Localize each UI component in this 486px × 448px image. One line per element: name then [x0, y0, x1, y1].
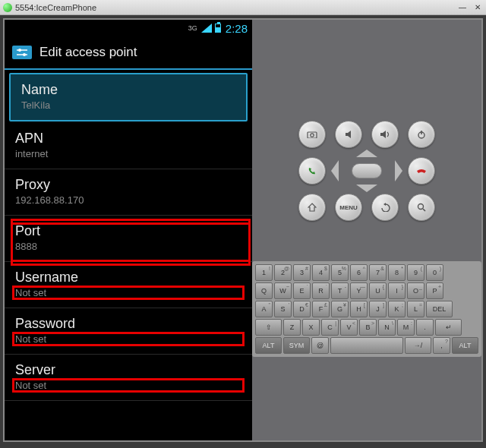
field-value: internet: [15, 148, 241, 159]
key-X[interactable]: X: [302, 319, 320, 336]
key-→/[interactable]: →/: [405, 337, 431, 354]
hardware-buttons: MENU: [296, 118, 437, 223]
key-S[interactable]: 'S: [274, 301, 292, 317]
field-label: APN: [15, 131, 241, 147]
key-C[interactable]: |C: [321, 319, 339, 336]
key-K[interactable]: ;K: [388, 301, 406, 317]
key-ALT[interactable]: ALT: [452, 337, 478, 354]
key-N[interactable]: \N: [378, 319, 396, 336]
apn-field-username[interactable]: UsernameNot set: [5, 262, 252, 308]
key-F[interactable]: £F: [312, 301, 330, 317]
key-9[interactable]: (9: [407, 264, 424, 281]
key-Y[interactable]: —Y: [350, 282, 368, 299]
volume-up-button[interactable]: [371, 121, 399, 148]
key-ALT[interactable]: ALT: [255, 337, 282, 354]
apn-field-name[interactable]: NameTelKila: [9, 73, 248, 121]
emulator-controls-panel: MENU !1@2#3$4%5^6&7*8(9)0Q~W´E`R-T—Y{U}I…: [252, 20, 481, 440]
android-status-bar: 3G 2:28: [5, 20, 252, 36]
field-value: TelKila: [21, 99, 235, 111]
power-button[interactable]: [408, 121, 435, 148]
svg-point-4: [23, 53, 26, 56]
key-6[interactable]: ^6: [350, 264, 368, 281]
key-8[interactable]: *8: [388, 264, 406, 281]
key-SYM[interactable]: SYM: [283, 337, 310, 354]
field-label: Proxy: [15, 177, 241, 193]
key-Q[interactable]: Q: [255, 282, 273, 299]
dpad-up[interactable]: [356, 150, 377, 157]
key-7[interactable]: &7: [369, 264, 387, 281]
key-.[interactable]: .: [416, 319, 434, 336]
key-G[interactable]: ¥G: [331, 301, 349, 317]
field-value: Not set: [15, 333, 241, 345]
key-,[interactable]: ?,: [433, 337, 450, 354]
key-space[interactable]: [330, 337, 403, 354]
key-M[interactable]: :M: [397, 319, 415, 336]
window-title: 5554:IceCreamPhone: [15, 3, 96, 12]
key-L[interactable]: =L: [407, 301, 424, 317]
key-0[interactable]: )0: [426, 264, 443, 281]
field-value: Not set: [15, 380, 241, 391]
key-⇧[interactable]: ⇧: [255, 319, 282, 336]
clock-label: 2:28: [226, 22, 248, 35]
apn-settings-list[interactable]: NameTelKilaAPNinternetProxy192.168.88.17…: [5, 70, 252, 440]
svg-rect-5: [308, 132, 317, 138]
dpad-center[interactable]: [352, 163, 382, 178]
dpad: [336, 156, 398, 186]
key-1[interactable]: !1: [255, 264, 273, 281]
key-P[interactable]: +P: [426, 282, 443, 299]
volume-down-button[interactable]: [335, 121, 362, 148]
menu-button[interactable]: MENU: [335, 194, 362, 221]
call-button[interactable]: [298, 157, 326, 185]
dpad-right[interactable]: [395, 160, 402, 181]
svg-point-13: [418, 204, 424, 210]
key-DEL[interactable]: DEL: [426, 301, 453, 317]
key-U[interactable]: {U: [369, 282, 387, 299]
emulator-frame: 3G 2:28 Edit access point NameTelKilaAPN…: [3, 18, 483, 442]
field-label: Password: [15, 316, 241, 332]
network-type-label: 3G: [188, 24, 197, 32]
hardware-keyboard: !1@2#3$4%5^6&7*8(9)0Q~W´E`R-T—Y{U}I_O+P"…: [252, 261, 481, 357]
key-J[interactable]: ]J: [369, 301, 387, 317]
key-T[interactable]: -T: [331, 282, 349, 299]
apn-field-server[interactable]: ServerNot set: [5, 355, 252, 401]
dpad-down[interactable]: [356, 185, 377, 192]
field-value: Not set: [15, 287, 241, 298]
key-3[interactable]: #3: [293, 264, 311, 281]
apn-field-port[interactable]: Port8888: [5, 216, 252, 262]
key-2[interactable]: @2: [274, 264, 292, 281]
key-W[interactable]: ~W: [274, 282, 292, 299]
window-minimize[interactable]: —: [457, 2, 468, 13]
key-B[interactable]: >B: [359, 319, 377, 336]
svg-marker-8: [380, 131, 386, 138]
field-label: Port: [15, 223, 241, 239]
field-value: 8888: [15, 241, 241, 252]
svg-point-6: [311, 134, 314, 137]
search-button[interactable]: [408, 194, 435, 221]
page-header: Edit access point: [5, 36, 252, 70]
key-@[interactable]: @: [311, 337, 329, 354]
apn-field-proxy[interactable]: Proxy192.168.88.170: [5, 169, 252, 216]
key-O[interactable]: _O: [407, 282, 424, 299]
key-R[interactable]: `R: [312, 282, 330, 299]
camera-button[interactable]: [298, 121, 326, 148]
back-button[interactable]: [371, 194, 399, 221]
key-4[interactable]: $4: [312, 264, 330, 281]
apn-field-password[interactable]: PasswordNot set: [5, 308, 252, 355]
apn-field-apn[interactable]: APNinternet: [5, 123, 252, 169]
key-↵[interactable]: ↵: [435, 319, 462, 336]
key-A[interactable]: "A: [255, 301, 273, 317]
key-H[interactable]: [H: [350, 301, 368, 317]
svg-line-14: [423, 209, 425, 211]
window-close[interactable]: ✕: [472, 2, 483, 13]
dpad-left[interactable]: [331, 160, 339, 181]
end-call-button[interactable]: [408, 157, 435, 185]
key-E[interactable]: ´E: [293, 282, 311, 299]
key-Z[interactable]: Z: [283, 319, 301, 336]
key-D[interactable]: €D: [293, 301, 311, 317]
key-V[interactable]: <V: [340, 319, 358, 336]
key-I[interactable]: }I: [388, 282, 406, 299]
field-label: Username: [15, 270, 241, 286]
key-5[interactable]: %5: [331, 264, 349, 281]
home-button[interactable]: [298, 194, 326, 221]
field-value: 192.168.88.170: [15, 194, 241, 206]
